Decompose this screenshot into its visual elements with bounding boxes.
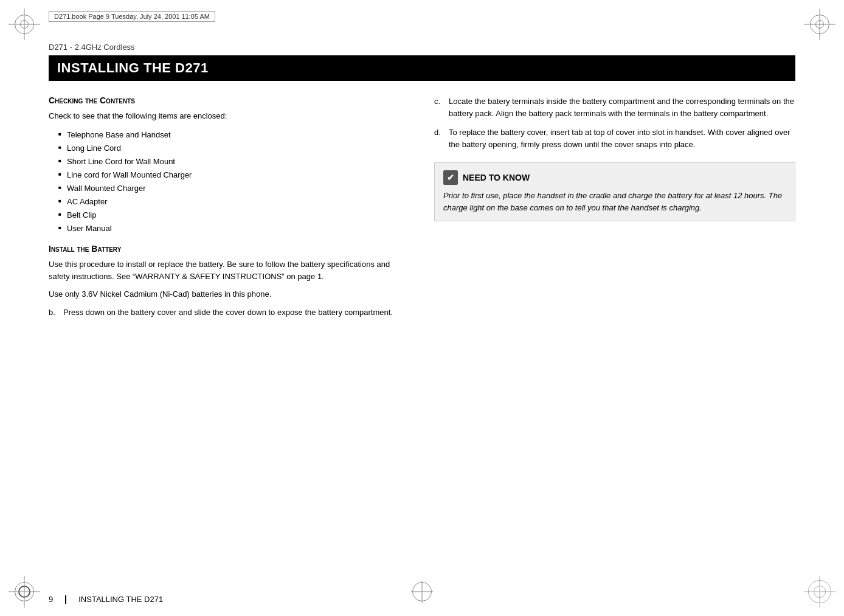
list-item: User Manual (58, 222, 410, 235)
need-to-know-text: Prior to first use, place the handset in… (443, 190, 786, 213)
step-b-text: Press down on the battery cover and slid… (63, 308, 393, 317)
right-column: c. Locate the batery terminals inside th… (434, 95, 795, 221)
list-item: AC Adapter (58, 195, 410, 209)
install-battery-title: Install the Battery (49, 244, 410, 254)
list-item: Wall Mounted Charger (58, 182, 410, 195)
install-battery-para2: Use only 3.6V Nickel Cadmium (Ni-Cad) ba… (49, 288, 410, 300)
list-item: Short Line Cord for Wall Mount (58, 155, 410, 168)
step-d-text: To replace the battery cover, insert tab… (449, 128, 790, 149)
list-item: Telephone Base and Handset (58, 128, 410, 142)
left-column: Checking the Contents Check to see that … (49, 95, 410, 325)
step-c-text: Locate the batery terminals inside the b… (449, 97, 794, 118)
corner-reg-bl (9, 576, 40, 607)
step-b: b. Press down on the battery cover and s… (49, 306, 410, 319)
need-to-know-header: ✔ NEED TO KNOW (443, 170, 786, 185)
page-footer: 9 INSTALLING THE D271 (49, 595, 163, 604)
step-c-letter: c. (434, 95, 440, 108)
step-c: c. Locate the batery terminals inside th… (434, 95, 795, 119)
page-content: D271 - 2.4GHz Cordless INSTALLING THE D2… (49, 43, 795, 580)
file-info-text: D271.book Page 9 Tuesday, July 24, 2001 … (54, 13, 210, 20)
corner-reg-br (804, 576, 835, 607)
list-item: Belt Clip (58, 209, 410, 222)
contents-list: Telephone Base and Handset Long Line Cor… (58, 128, 410, 236)
corner-reg-tl (9, 9, 40, 40)
two-column-layout: Checking the Contents Check to see that … (49, 95, 795, 325)
product-label: D271 - 2.4GHz Cordless (49, 43, 795, 52)
checkmark-icon: ✔ (443, 170, 458, 185)
step-d: d. To replace the battery cover, insert … (434, 126, 795, 150)
checking-contents-title: Checking the Contents (49, 95, 410, 105)
install-battery-para1: Use this procedure to install or replace… (49, 258, 410, 282)
list-item: Line cord for Wall Mounted Charger (58, 168, 410, 182)
footer-label: INSTALLING THE D271 (78, 595, 163, 604)
need-to-know-box: ✔ NEED TO KNOW Prior to first use, place… (434, 162, 795, 221)
step-b-letter: b. (49, 306, 55, 319)
file-info: D271.book Page 9 Tuesday, July 24, 2001 … (49, 11, 215, 22)
need-to-know-title: NEED TO KNOW (463, 173, 530, 182)
list-item: Long Line Cord (58, 142, 410, 155)
page-number: 9 (49, 595, 53, 604)
center-bottom-reg (411, 581, 433, 603)
checking-contents-intro: Check to see that the following items ar… (49, 110, 410, 122)
section-header: INSTALLING THE D271 (49, 55, 795, 81)
footer-divider (65, 595, 66, 604)
step-d-letter: d. (434, 126, 441, 139)
corner-reg-tr (804, 9, 835, 40)
